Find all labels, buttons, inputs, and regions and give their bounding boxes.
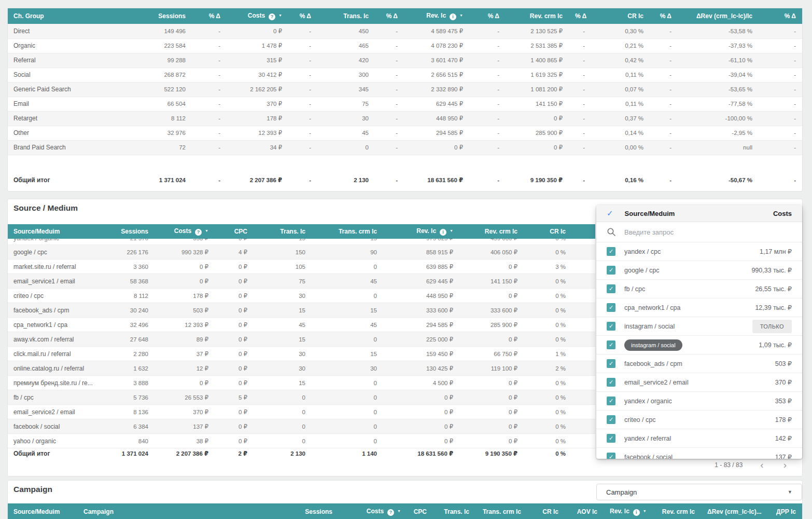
checkbox-checked-icon[interactable] <box>607 303 615 312</box>
search-input[interactable] <box>624 228 792 236</box>
list-item-with-tooltip[interactable]: instagram / social 1,09 тыс. ₽ <box>596 336 802 354</box>
checkbox-checked-icon[interactable] <box>607 397 615 405</box>
help-icon[interactable]: ? <box>195 229 202 236</box>
list-item[interactable]: cpa_network1 / cpa 12,39 тыс. ₽ <box>596 298 802 317</box>
checkbox-checked-icon[interactable] <box>607 322 615 331</box>
col-costs[interactable]: Costs?▼ <box>339 503 407 519</box>
source-medium-table: Source/Meduim Sessions Costs?▼ CPC Trans… <box>8 224 595 459</box>
grand-total-row: Общий итог 1 371 024- 2 207 386 ₽- 2 130… <box>8 171 802 189</box>
table-row: Retarget 8 112- 178 ₽- 30- 448 950 ₽- 0 … <box>8 111 802 126</box>
checkbox-checked-icon[interactable] <box>607 284 615 293</box>
col-delta: % Δ <box>569 8 591 24</box>
check-icon[interactable]: ✓ <box>607 209 613 218</box>
col-delta: % Δ <box>192 8 227 24</box>
table-row: click.mail.ru / referral 2 28037 ₽ 0 ₽30… <box>8 347 595 361</box>
sort-caret-icon: ▼ <box>643 509 647 513</box>
col-trans-lc[interactable]: Trans. lc <box>433 503 475 519</box>
list-item[interactable]: fb / cpc 26,55 тыс. ₽ <box>596 280 802 298</box>
table-row: away.vk.com / referral 27 64889 ₽ 0 ₽15 … <box>8 332 595 347</box>
list-item[interactable]: google / cpc 990,33 тыс. ₽ <box>596 261 802 280</box>
col-drr-lc[interactable]: ДРР lc <box>766 503 802 519</box>
list-item[interactable]: facebook / social 137 ₽ <box>596 448 802 459</box>
help-icon[interactable]: ? <box>269 13 275 20</box>
help-icon[interactable]: ? <box>387 509 394 516</box>
table-row: fb / cpc 5 73626 553 ₽ 5 ₽0 00 ₽ 0 ₽0 % <box>8 390 595 405</box>
checkbox-checked-icon[interactable] <box>607 453 615 459</box>
chevron-left-icon[interactable]: ‹ <box>760 460 763 470</box>
col-drev[interactable]: ΔRev (crm_lc-lc)... <box>701 503 766 519</box>
checkbox-checked-icon[interactable] <box>607 247 615 256</box>
list-item[interactable]: facebook_ads / cpm 503 ₽ <box>596 354 802 373</box>
col-rev-lc[interactable]: Rev. lci▼ <box>404 8 469 24</box>
sort-caret-icon: ▼ <box>397 509 401 513</box>
table-row: market.site.ru / referral 3 3600 ₽ 0 ₽10… <box>8 260 595 274</box>
sort-caret-icon: ▼ <box>450 229 453 233</box>
checkbox-checked-icon[interactable] <box>607 434 615 443</box>
list-item-hovered[interactable]: instagram / social ТОЛЬКО <box>596 317 802 336</box>
page-title-source-medium: Source / Medium <box>13 203 78 213</box>
col-cr-lc[interactable]: CR lc <box>591 8 650 24</box>
col-rev-crm-lc[interactable]: Rev. crm lc <box>459 224 524 239</box>
chevron-right-icon[interactable]: › <box>783 460 787 470</box>
checkbox-checked-icon[interactable] <box>607 340 615 349</box>
table-row: facebook / social 6 384137 ₽ 0 ₽0 00 ₽ 0… <box>8 419 595 434</box>
tooltip-chip: instagram / social <box>624 339 682 351</box>
only-button[interactable]: ТОЛЬКО <box>752 320 792 333</box>
list-item[interactable]: yandex / referral 142 ₽ <box>596 429 802 448</box>
campaign-selector[interactable]: Campaign ▼ <box>596 484 802 500</box>
col-aov-lc[interactable]: AOV lc <box>565 503 604 519</box>
filter-search-row <box>596 222 802 242</box>
col-rev-crm-lc[interactable]: Rev. crm lc <box>652 503 701 519</box>
list-item[interactable]: email_service2 / email 370 ₽ <box>596 373 802 392</box>
col-trans-crm-lc[interactable]: Trans. crm lc <box>475 503 527 519</box>
checkbox-checked-icon[interactable] <box>607 415 615 424</box>
col-costs[interactable]: Costs?▼ <box>227 8 288 24</box>
source-medium-body: google / cpc 226 176990 328 ₽ 4 ₽150 908… <box>8 245 595 448</box>
table-row: cpa_network1 / cpa 32 49612 393 ₽ 0 ₽45 … <box>8 318 595 332</box>
col-trans-crm-lc[interactable]: Trans. crm lc <box>312 224 383 239</box>
col-source-medium[interactable]: Source/Meduim <box>8 503 78 519</box>
list-item[interactable]: criteo / cpc 178 ₽ <box>596 411 802 429</box>
col-costs[interactable]: Costs?▼ <box>155 224 215 239</box>
col-sessions[interactable]: Sessions <box>127 8 192 24</box>
search-icon <box>607 227 616 237</box>
sort-caret-icon: ▼ <box>205 229 208 233</box>
col-delta: % Δ <box>288 8 317 24</box>
checkbox-checked-icon[interactable] <box>607 266 615 275</box>
col-trans-lc[interactable]: Trans. lc <box>254 224 312 239</box>
col-ch-group[interactable]: Ch. Group <box>8 8 127 24</box>
info-icon[interactable]: i <box>450 13 456 20</box>
list-item[interactable]: yandex / cpc 1,17 млн ₽ <box>596 242 802 261</box>
filter-panel-metric[interactable]: Costs <box>773 210 792 217</box>
col-rev-crm-lc[interactable]: Rev. crm lc <box>506 8 569 24</box>
pagination-range: 1 - 83 / 83 <box>715 461 743 469</box>
col-trans-lc[interactable]: Trans. lc <box>317 8 375 24</box>
col-rev-lc[interactable]: Rev. lci▼ <box>604 503 652 519</box>
col-drev[interactable]: ΔRev (crm_lc-lc)/lc <box>678 8 759 24</box>
list-item[interactable]: yandex / organic 353 ₽ <box>596 392 802 411</box>
info-icon[interactable]: i <box>440 229 446 236</box>
col-campaign[interactable]: Campaign <box>78 503 251 519</box>
table-row: Brand Paid Search 72- 34 ₽- 0- 0 ₽- 0 ₽-… <box>8 140 802 155</box>
table-row: Direct 149 496- 0 ₽- 450- 4 589 475 ₽- 2… <box>8 24 802 38</box>
col-delta: % Δ <box>759 8 802 24</box>
info-icon[interactable]: i <box>633 509 640 516</box>
col-cpc[interactable]: CPC <box>407 503 433 519</box>
pagination: 1 - 83 / 83 ‹ › <box>715 460 787 470</box>
channel-group-table: Ch. Group Sessions % Δ Costs?▼ % Δ Trans… <box>8 8 802 189</box>
checkbox-checked-icon[interactable] <box>607 359 615 368</box>
col-sessions[interactable]: Sessions <box>251 503 339 519</box>
col-sessions[interactable]: Sessions <box>101 224 155 239</box>
col-cr-lc[interactable]: CR lc <box>524 224 572 239</box>
spacer-row <box>8 155 802 171</box>
sort-caret-icon: ▼ <box>459 13 463 17</box>
col-source-medium[interactable]: Source/Meduim <box>8 224 101 239</box>
table-row: Email 66 504- 370 ₽- 75- 629 445 ₽- 141 … <box>8 97 802 111</box>
filter-panel-title: Source/Meduim <box>625 210 773 217</box>
col-rev-lc[interactable]: Rev. lci▼ <box>383 224 459 239</box>
col-cr-lc[interactable]: CR lc <box>527 503 565 519</box>
campaign-table: Source/Meduim Campaign Sessions Costs?▼ … <box>8 503 802 519</box>
checkbox-checked-icon[interactable] <box>607 378 615 387</box>
filter-items-top: yandex / cpc 1,17 млн ₽ google / cpc 990… <box>596 242 802 317</box>
col-cpc[interactable]: CPC <box>215 224 254 239</box>
